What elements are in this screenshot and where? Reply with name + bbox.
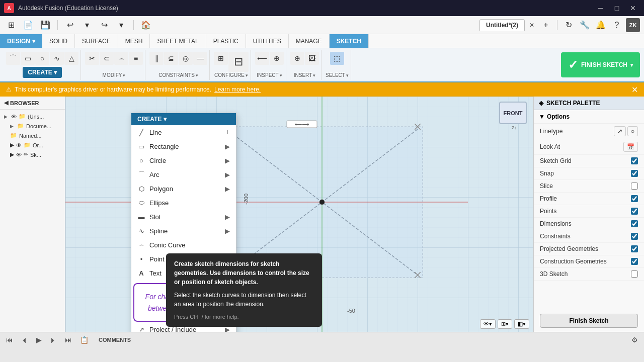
mesh-tab[interactable]: MESH [118,34,150,48]
look-at-button[interactable]: 📅 [623,142,638,152]
tree-item-sketch[interactable]: ▶ 👁 ✏ Sk... [0,150,65,159]
tree-item-doc[interactable]: ▶ 📁 Docume... [0,121,65,131]
plastic-tab[interactable]: PLASTIC [206,34,246,48]
finish-sketch-panel-button[interactable]: Finish Sketch [540,314,638,328]
linetype-button-2[interactable]: ○ [627,126,638,136]
visual-style-button[interactable]: ◧▾ [514,319,529,329]
minimize-button[interactable]: ─ [594,3,608,13]
play-last-button[interactable]: ⏭ [63,335,74,345]
select-active-button[interactable]: ⬚ [330,52,344,65]
coincident-button[interactable]: ‖ [149,52,164,65]
sketch-tab[interactable]: SKETCH [330,34,369,48]
dropdown-item-circle[interactable]: ○ Circle ▶ [131,153,236,167]
measure-button[interactable]: ⟵ [255,52,269,65]
view-cube[interactable]: FRONT Z↑ [499,102,529,132]
undo-dropdown[interactable]: ▾ [80,18,94,32]
solid-tab[interactable]: SOLID [42,34,75,48]
manage-tab[interactable]: MANAGE [289,34,330,48]
view-options-button[interactable]: 👁▾ [480,319,496,329]
extensions-button[interactable]: 🔧 [578,18,592,32]
tree-item-root[interactable]: ▶ 👁 📁 (Uns... [0,112,65,121]
notifications-button[interactable]: 🔔 [594,18,608,32]
inspect-more-button[interactable]: ⊕ [270,52,284,65]
sketch-grid-checkbox[interactable] [631,157,638,164]
points-checkbox[interactable] [631,208,638,215]
table-settings-button[interactable]: ⊟ [228,52,249,72]
file-icon-button[interactable]: 📄 [21,18,35,32]
dimensions-checkbox[interactable] [631,220,638,227]
folder-icon-sketch: ✏ [24,151,28,158]
help-button[interactable]: ? [610,18,624,32]
snap-checkbox[interactable] [631,170,638,177]
close-button[interactable]: ✕ [626,3,640,13]
linetype-button-1[interactable]: ↗ [614,126,626,136]
extend-button[interactable]: ⊂ [100,52,114,65]
slice-checkbox[interactable] [631,183,638,190]
design-menu-button[interactable]: DESIGN ▾ [0,34,42,48]
triangle-tool-button[interactable]: △ [64,52,78,65]
create-menu-button[interactable]: CREATE ▾ [23,67,61,78]
dropdown-item-ellipse[interactable]: ⬭ Ellipse [131,196,236,210]
spline-tool-button[interactable]: ∿ [50,52,64,65]
surface-tab[interactable]: SURFACE [75,34,118,48]
constraints-checkbox[interactable] [631,233,638,240]
sidebar-collapse-icon[interactable]: ◀ [4,100,8,106]
dropdown-item-rectangle[interactable]: ▭ Rectangle ▶ [131,139,236,153]
eye-icon-sketch: 👁 [16,152,22,158]
timeline-button[interactable]: 📋 [78,335,91,345]
dropdown-item-arc[interactable]: ⌒ Arc ▶ [131,167,236,182]
warning-close-button[interactable]: ✕ [631,85,638,95]
midpoint-button[interactable]: — [193,52,207,65]
canvas-area[interactable]: -200 -100 -50 ⟵⟶ [65,97,533,332]
bottom-bar: ⏮ ⏴ ▶ ⏵ ⏭ 📋 COMMENTS ⚙ [0,332,644,347]
options-section[interactable]: ▼ Options [534,110,644,124]
3d-sketch-label: 3D Sketch [540,270,568,278]
maximize-button[interactable]: □ [610,3,624,13]
sheet-metal-tab[interactable]: SHEET METAL [150,34,206,48]
undo-button[interactable]: ↩ [63,18,77,32]
user-avatar[interactable]: ZK [626,18,640,32]
projected-geometries-checkbox[interactable] [631,245,638,252]
redo-button[interactable]: ↪ [97,18,111,32]
dropdown-label-line: Line [149,129,162,136]
dropdown-item-polygon[interactable]: ⬡ Polygon ▶ [131,182,236,196]
utilities-tab[interactable]: UTILITIES [246,34,289,48]
redo-dropdown[interactable]: ▾ [114,18,128,32]
play-next-button[interactable]: ⏵ [48,335,59,345]
circle-tool-button[interactable]: ○ [35,52,49,65]
dropdown-item-slot[interactable]: ▬ Slot ▶ [131,210,236,224]
display-mode-button[interactable]: ⊞▾ [498,319,512,329]
profile-checkbox[interactable] [631,195,638,202]
finish-sketch-ribbon-button[interactable]: ✓ FINISH SKETCH ▾ [561,52,640,77]
rect-tool-button[interactable]: ▭ [21,52,35,65]
dropdown-item-line[interactable]: ╱ Line L [131,125,236,139]
document-tab[interactable]: Untitled*(2) [479,19,525,31]
home-button[interactable]: 🏠 [139,18,153,32]
new-tab-button[interactable]: + [539,18,553,32]
offset-button[interactable]: ≡ [129,52,143,65]
arc-tool-button[interactable]: ⌒ [6,52,20,65]
refresh-button[interactable]: ↻ [561,18,576,32]
play-first-button[interactable]: ⏮ [4,335,15,345]
play-button[interactable]: ▶ [34,335,44,345]
collinear-button[interactable]: ⊆ [164,52,178,65]
fillet-button[interactable]: ⌢ [114,52,128,65]
play-prev-button[interactable]: ⏴ [19,335,30,345]
tree-item-origin[interactable]: ▶ 👁 📁 Or... [0,140,65,150]
insert-plane-button[interactable]: ⊕ [290,52,304,65]
3d-sketch-checkbox[interactable] [631,270,638,278]
settings-gear-button[interactable]: ⚙ [629,335,640,345]
dropdown-item-spline[interactable]: ∿ Spline ▶ [131,224,236,238]
trim-button[interactable]: ✂ [85,52,99,65]
close-tab-button[interactable]: ✕ [527,20,537,30]
grid-icon-button[interactable]: ⊞ [4,18,18,32]
tree-item-named[interactable]: 📁 Named... [0,131,65,140]
warning-link[interactable]: Learn more here. [214,86,261,93]
insert-image-button[interactable]: 🖼 [305,52,319,65]
grid-settings-button[interactable]: ⊞ [214,52,228,65]
save-button[interactable]: 💾 [38,18,52,32]
construction-geometries-checkbox[interactable] [631,258,638,265]
dropdown-item-conic-curve[interactable]: ⌢ Conic Curve [131,238,236,252]
concentric-button[interactable]: ◎ [179,52,193,65]
view-cube-face[interactable]: FRONT [499,102,527,124]
